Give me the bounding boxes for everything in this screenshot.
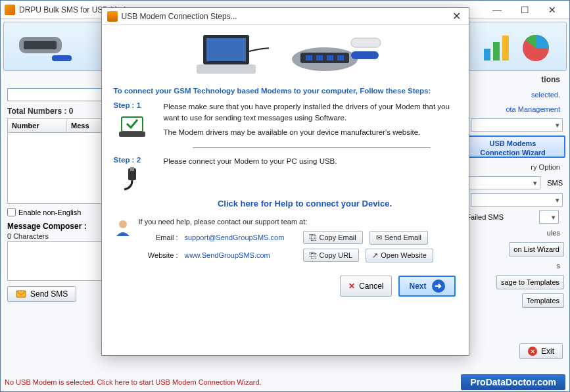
templates-button[interactable]: Templates xyxy=(522,293,564,308)
step1-label: Step : 1 xyxy=(114,101,154,109)
templates-header: s xyxy=(456,260,567,271)
next-button[interactable]: Next ➜ xyxy=(398,276,455,297)
modem-icon xyxy=(16,30,75,63)
dialog-close-button[interactable]: ✕ xyxy=(450,10,463,22)
svg-rect-1 xyxy=(24,41,57,49)
email-value[interactable]: support@SendGroupSMS.com xyxy=(185,233,297,241)
website-value[interactable]: www.SendGroupSMS.com xyxy=(185,251,297,259)
cancel-x-icon: ✕ xyxy=(348,282,355,291)
cancel-label: Cancel xyxy=(359,282,383,291)
dialog-hero xyxy=(102,25,469,84)
svg-point-23 xyxy=(119,220,127,228)
send-sms-button[interactable]: Send SMS xyxy=(7,286,76,302)
cancel-button[interactable]: ✕ Cancel xyxy=(340,276,392,297)
copy-email-button[interactable]: ⿻Copy Email xyxy=(303,231,363,244)
footer-warning[interactable]: No USB Modem is selected. Click here to … xyxy=(5,378,461,386)
laptop-icon xyxy=(183,28,269,81)
exit-label: Exit xyxy=(541,347,554,356)
pie-chart-icon xyxy=(518,30,554,63)
svg-rect-13 xyxy=(306,55,312,61)
step1-text-b: The Modem drivers may be available on yo… xyxy=(164,127,457,138)
svg-rect-19 xyxy=(122,117,143,132)
website-key: Website : xyxy=(139,251,178,259)
dialog-title: USB Modem Connection Steps... xyxy=(122,12,450,21)
usb-wizard-button[interactable]: USB Modems Connection Wizard xyxy=(460,135,565,158)
step1-text-a: Please make sure that you have properly … xyxy=(164,101,457,123)
minimize-button[interactable]: — xyxy=(489,3,505,16)
svg-rect-9 xyxy=(206,38,246,61)
svg-rect-3 xyxy=(484,49,490,61)
copy-icon: ⿻ xyxy=(310,233,317,241)
connection-dialog: USB Modem Connection Steps... ✕ To conne… xyxy=(101,7,469,356)
svg-rect-5 xyxy=(502,36,509,61)
svg-rect-20 xyxy=(119,132,145,137)
svg-rect-10 xyxy=(197,64,256,74)
svg-rect-17 xyxy=(351,38,381,47)
svg-rect-2 xyxy=(52,55,72,61)
svg-rect-15 xyxy=(327,55,333,61)
support-avatar-icon xyxy=(114,218,132,236)
envelope-icon xyxy=(16,289,26,299)
mail-icon: ✉ xyxy=(376,233,382,242)
svg-rect-7 xyxy=(16,291,26,297)
help-link[interactable]: Click here for Help to connect your Devi… xyxy=(153,199,457,208)
svg-rect-22 xyxy=(130,167,134,171)
bar-chart-icon xyxy=(481,30,514,63)
failed-dropdown[interactable] xyxy=(539,210,559,224)
selected-text: selected. xyxy=(456,89,567,100)
copy-icon: ⿻ xyxy=(310,251,317,259)
divider xyxy=(193,147,431,148)
dialog-icon xyxy=(107,11,118,22)
delivery-dropdown[interactable] xyxy=(468,176,540,189)
list-wizard-button[interactable]: on List Wizard xyxy=(509,242,564,257)
delivery-dropdown-2[interactable] xyxy=(471,193,563,207)
svg-rect-18 xyxy=(351,51,379,59)
brand-badge: ProDataDoctor.com xyxy=(461,374,565,390)
send-email-button[interactable]: ✉Send Email xyxy=(369,231,428,245)
enable-non-english-label: Enable non-English xyxy=(18,208,81,216)
rules-label: ules xyxy=(456,228,567,238)
svg-rect-16 xyxy=(337,55,344,61)
maximize-button[interactable]: ☐ xyxy=(517,3,533,16)
support-intro: If you need help, please contact our sup… xyxy=(139,218,457,226)
app-icon xyxy=(5,5,15,15)
send-sms-label: Send SMS xyxy=(30,289,68,299)
col-number: Number xyxy=(8,119,67,132)
laptop-check-icon xyxy=(116,114,148,141)
external-icon: ↗ xyxy=(372,251,378,260)
open-website-button[interactable]: ↗Open Website xyxy=(366,249,433,262)
options-title: tions xyxy=(456,74,567,86)
arrow-right-icon: ➜ xyxy=(432,280,445,293)
exit-button[interactable]: ✕ Exit xyxy=(519,343,563,359)
enable-non-english-checkbox[interactable] xyxy=(7,208,16,216)
usb-hub-icon xyxy=(289,32,387,78)
close-button[interactable]: ✕ xyxy=(544,3,560,16)
copy-url-button[interactable]: ⿻Copy URL xyxy=(303,249,360,262)
step2-text: Please connect your Modem to your PC usi… xyxy=(164,156,457,167)
svg-rect-4 xyxy=(493,42,500,61)
dialog-intro: To connect your GSM Technology based Mod… xyxy=(114,87,457,95)
exit-icon: ✕ xyxy=(528,347,537,356)
usb-cable-icon xyxy=(119,167,145,192)
msg-templates-button[interactable]: sage to Templates xyxy=(496,275,564,289)
step2-label: Step : 2 xyxy=(114,156,154,164)
quota-dropdown[interactable] xyxy=(471,118,563,132)
email-key: Email : xyxy=(139,233,178,241)
sms-suffix: SMS xyxy=(547,179,563,187)
next-label: Next xyxy=(409,282,426,291)
svg-rect-14 xyxy=(316,55,323,61)
quota-link[interactable]: ota Management xyxy=(456,104,567,114)
delivery-label: ry Option xyxy=(456,162,567,172)
